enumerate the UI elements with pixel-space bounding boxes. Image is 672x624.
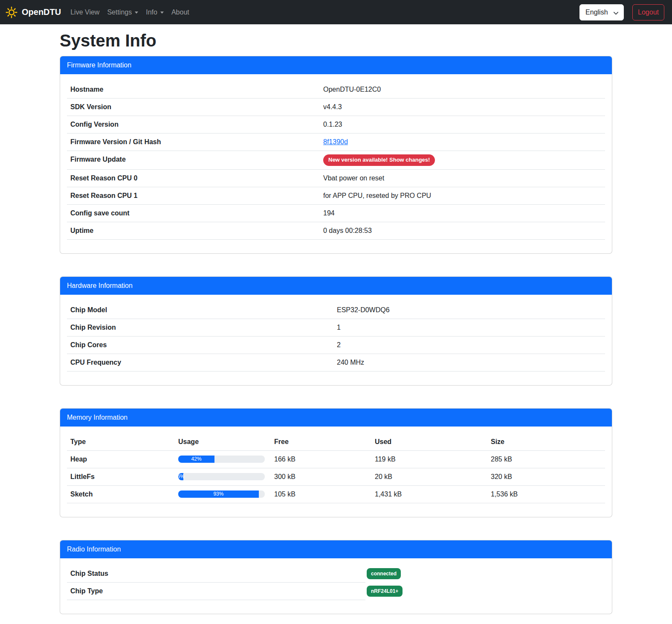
column-header: Used <box>371 433 487 450</box>
hardware-card-header: Hardware Information <box>60 277 612 295</box>
chip-model-value: ESP32-D0WDQ6 <box>333 302 605 319</box>
table-row: Chip Cores 2 <box>67 337 605 354</box>
chip-revision-value: 1 <box>333 319 605 336</box>
memory-header-row: Type Usage Free Used Size <box>67 433 605 451</box>
table-row: Chip Type nRF24L01+ <box>67 583 605 600</box>
navbar-right: English Logout <box>579 4 667 20</box>
main-container: System Info Firmware Information Hostnam… <box>60 30 612 614</box>
row-label: Config save count <box>67 205 320 222</box>
row-label: Chip Type <box>67 583 365 600</box>
firmware-card-header: Firmware Information <box>60 56 612 74</box>
radio-card-header: Radio Information <box>60 540 612 558</box>
sdk-version-value: v4.4.3 <box>320 99 605 116</box>
language-select-value: English <box>585 9 608 16</box>
table-row: CPU Frequency 240 MHz <box>67 354 605 371</box>
memory-card-body: Type Usage Free Used Size Heap 42% 166 k… <box>60 427 612 517</box>
sketch-used: 1,431 kB <box>371 486 487 503</box>
table-row: Config save count 194 <box>67 205 605 222</box>
git-hash-link[interactable]: 8f1390d <box>323 138 348 145</box>
row-label: Chip Revision <box>67 319 333 336</box>
chip-status-badge: connected <box>367 568 401 579</box>
reset-reason-cpu0-value: Vbat power on reset <box>320 170 605 187</box>
hardware-card-body: Chip Model ESP32-D0WDQ6 Chip Revision 1 … <box>60 295 612 385</box>
nav-item-live-view[interactable]: Live View <box>67 5 103 20</box>
row-label: LittleFs <box>67 468 175 485</box>
table-row: Firmware Version / Git Hash 8f1390d <box>67 134 605 151</box>
nav-item-about[interactable]: About <box>168 5 193 20</box>
table-row: Chip Revision 1 <box>67 319 605 337</box>
row-label: Sketch <box>67 486 175 503</box>
language-select[interactable]: English <box>579 4 624 20</box>
row-label: Firmware Update <box>67 151 320 169</box>
new-version-badge[interactable]: New version available! Show changes! <box>323 154 435 166</box>
navbar: OpenDTU Live View Settings Info About En… <box>0 0 672 24</box>
uptime-value: 0 days 00:28:53 <box>320 222 605 239</box>
row-label: Chip Model <box>67 302 333 319</box>
table-row: Config Version 0.1.23 <box>67 116 605 134</box>
nav-item-info[interactable]: Info <box>142 5 167 20</box>
sun-icon <box>5 6 18 19</box>
config-version-value: 0.1.23 <box>320 116 605 133</box>
page-title: System Info <box>60 30 612 51</box>
brand-label: OpenDTU <box>22 7 61 17</box>
memory-card: Memory Information Type Usage Free Used … <box>60 408 612 517</box>
brand-logo[interactable]: OpenDTU <box>5 6 61 19</box>
table-row: Chip Model ESP32-D0WDQ6 <box>67 302 605 319</box>
littlefs-used: 20 kB <box>371 468 487 485</box>
column-header: Free <box>271 433 371 450</box>
nav-item-label: Info <box>146 9 157 16</box>
radio-card-body: Chip Status connected Chip Type nRF24L01… <box>60 558 612 614</box>
chevron-down-icon <box>613 10 619 16</box>
memory-card-header: Memory Information <box>60 409 612 427</box>
row-label: SDK Version <box>67 99 320 116</box>
nav-item-label: Live View <box>70 9 99 16</box>
row-label: Uptime <box>67 222 320 239</box>
column-header: Size <box>487 433 605 450</box>
littlefs-progress: 6% <box>178 473 265 480</box>
table-row: LittleFs 6% 300 kB 20 kB 320 kB <box>67 468 605 486</box>
table-row: Reset Reason CPU 1 for APP CPU, reseted … <box>67 187 605 205</box>
littlefs-free: 300 kB <box>271 468 371 485</box>
nav-item-label: About <box>171 9 189 16</box>
row-label: CPU Frequency <box>67 354 333 371</box>
heap-size: 285 kB <box>487 451 605 468</box>
row-label: Chip Cores <box>67 337 333 354</box>
sketch-progress: 93% <box>178 490 265 498</box>
nav-links: Live View Settings Info About <box>67 5 194 20</box>
heap-free: 166 kB <box>271 451 371 468</box>
progress-bar-fill: 93% <box>178 490 259 498</box>
memory-table: Type Usage Free Used Size Heap 42% 166 k… <box>67 433 605 503</box>
column-header: Type <box>67 433 175 450</box>
chip-type-badge: nRF24L01+ <box>367 586 403 597</box>
table-row: Firmware Update New version available! S… <box>67 151 605 170</box>
littlefs-size: 320 kB <box>487 468 605 485</box>
table-row: SDK Version v4.4.3 <box>67 99 605 116</box>
row-label: Firmware Version / Git Hash <box>67 134 320 151</box>
sketch-free: 105 kB <box>271 486 371 503</box>
row-label: Reset Reason CPU 1 <box>67 187 320 204</box>
table-row: Reset Reason CPU 0 Vbat power on reset <box>67 170 605 187</box>
table-row: Hostname OpenDTU-0E12C0 <box>67 81 605 99</box>
cpu-frequency-value: 240 MHz <box>333 354 605 371</box>
sketch-size: 1,536 kB <box>487 486 605 503</box>
nav-item-label: Settings <box>107 9 132 16</box>
reset-reason-cpu1-value: for APP CPU, reseted by PRO CPU <box>320 187 605 204</box>
radio-table: Chip Status connected Chip Type nRF24L01… <box>67 565 605 600</box>
progress-bar-fill: 42% <box>178 456 214 463</box>
table-row: Uptime 0 days 00:28:53 <box>67 222 605 240</box>
table-row: Chip Status connected <box>67 565 605 583</box>
firmware-table: Hostname OpenDTU-0E12C0 SDK Version v4.4… <box>67 81 605 240</box>
chevron-down-icon <box>160 12 164 14</box>
heap-used: 119 kB <box>371 451 487 468</box>
heap-progress: 42% <box>178 456 265 463</box>
hardware-table: Chip Model ESP32-D0WDQ6 Chip Revision 1 … <box>67 302 605 371</box>
row-label: Config Version <box>67 116 320 133</box>
config-save-count-value: 194 <box>320 205 605 222</box>
row-label: Heap <box>67 451 175 468</box>
hardware-card: Hardware Information Chip Model ESP32-D0… <box>60 276 612 386</box>
hostname-value: OpenDTU-0E12C0 <box>320 81 605 98</box>
nav-item-settings[interactable]: Settings <box>104 5 142 20</box>
row-label: Hostname <box>67 81 320 98</box>
logout-button[interactable]: Logout <box>632 4 664 20</box>
row-label: Chip Status <box>67 565 365 583</box>
